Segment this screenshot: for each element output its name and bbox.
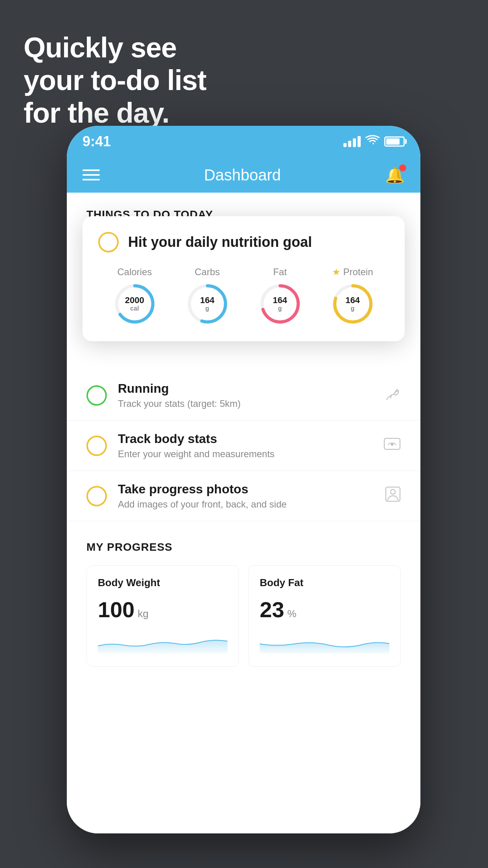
calories-chart: 2000 cal	[113, 282, 156, 326]
status-icons	[343, 135, 405, 149]
photos-subtitle: Add images of your front, back, and side	[118, 499, 374, 510]
nav-title: Dashboard	[204, 166, 281, 184]
photos-checkbox[interactable]	[86, 486, 107, 506]
phone-frame: 9:41	[67, 126, 420, 833]
progress-section: MY PROGRESS Body Weight 100 kg	[67, 521, 420, 679]
nutrition-card-title: Hit your daily nutrition goal	[128, 234, 312, 250]
photos-title: Take progress photos	[118, 482, 374, 497]
track-body-checkbox[interactable]	[86, 436, 107, 456]
todo-item-running[interactable]: Running Track your stats (target: 5km)	[67, 370, 420, 421]
nutrition-carbs: Carbs 164 g	[186, 267, 229, 326]
fat-label: Fat	[273, 267, 287, 278]
protein-label: ★ Protein	[332, 267, 373, 278]
running-icon	[385, 386, 401, 404]
svg-point-9	[391, 443, 393, 446]
phone-content: THINGS TO DO TODAY Hit your daily nutrit…	[67, 193, 420, 833]
status-time: 9:41	[83, 133, 111, 150]
svg-point-11	[391, 489, 395, 494]
running-checkbox[interactable]	[86, 385, 107, 406]
status-bar: 9:41	[67, 126, 420, 157]
body-fat-unit: %	[287, 608, 296, 620]
progress-cards: Body Weight 100 kg	[86, 565, 401, 667]
todo-item-track-body[interactable]: Track body stats Enter your weight and m…	[67, 421, 420, 471]
todo-list: Running Track your stats (target: 5km)	[67, 370, 420, 521]
body-fat-card: Body Fat 23 %	[248, 565, 401, 667]
body-weight-chart	[98, 630, 227, 654]
nutrition-calories: Calories 2000 cal	[113, 267, 156, 326]
calories-label: Calories	[117, 267, 152, 278]
track-body-title: Track body stats	[118, 432, 372, 446]
protein-chart: 164 g	[331, 282, 374, 326]
battery-icon	[384, 136, 405, 147]
body-fat-value: 23	[260, 597, 284, 622]
notification-bell-icon[interactable]: 🔔	[385, 166, 405, 184]
body-fat-chart	[260, 630, 389, 654]
menu-button[interactable]	[83, 169, 100, 180]
running-subtitle: Track your stats (target: 5km)	[118, 398, 374, 409]
progress-section-header: MY PROGRESS	[86, 541, 401, 554]
carbs-label: Carbs	[194, 267, 220, 278]
nav-bar: Dashboard 🔔	[67, 157, 420, 193]
nutrition-checkbox[interactable]	[98, 232, 119, 252]
nutrition-protein: ★ Protein 164 g	[331, 267, 374, 326]
fat-chart: 164 g	[259, 282, 302, 326]
body-weight-value: 100	[98, 597, 134, 622]
wifi-icon	[365, 135, 380, 149]
todo-item-photos[interactable]: Take progress photos Add images of your …	[67, 471, 420, 521]
star-icon: ★	[332, 267, 341, 278]
track-body-subtitle: Enter your weight and measurements	[118, 449, 372, 460]
headline: Quickly see your to-do list for the day.	[24, 31, 206, 129]
nutrition-fat: Fat 164 g	[259, 267, 302, 326]
scale-icon	[383, 437, 401, 454]
carbs-chart: 164 g	[186, 282, 229, 326]
body-fat-title: Body Fat	[260, 577, 389, 589]
running-title: Running	[118, 381, 374, 396]
body-weight-unit: kg	[138, 608, 148, 620]
nutrition-card: Hit your daily nutrition goal Calories 2…	[83, 216, 405, 341]
nutrition-row: Calories 2000 cal Carbs	[98, 267, 389, 326]
signal-bars-icon	[343, 136, 361, 147]
body-weight-title: Body Weight	[98, 577, 227, 589]
person-photo-icon	[385, 486, 401, 506]
body-weight-card: Body Weight 100 kg	[86, 565, 239, 667]
